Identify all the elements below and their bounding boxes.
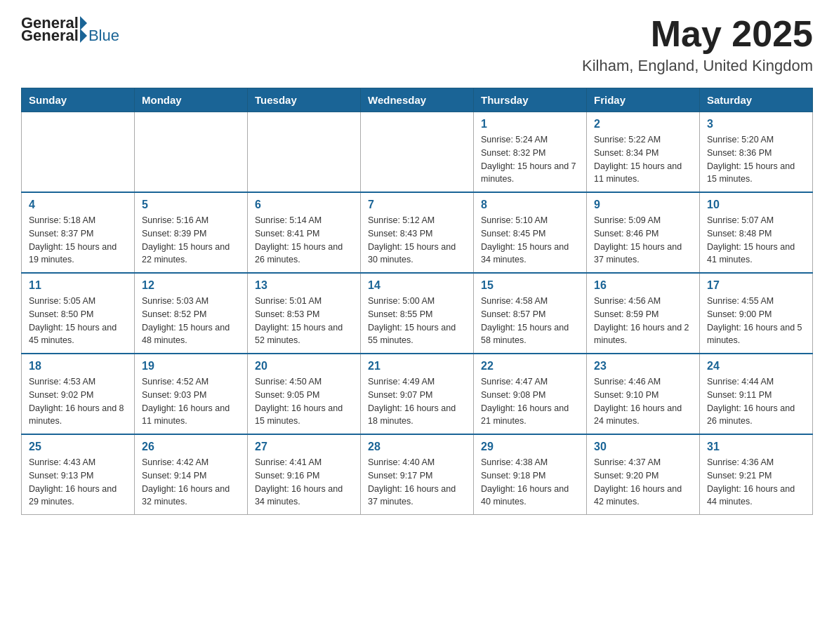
day-info: Sunrise: 4:38 AMSunset: 9:18 PMDaylight:… bbox=[481, 456, 579, 509]
calendar-cell-w5-d2: 27Sunrise: 4:41 AMSunset: 9:16 PMDayligh… bbox=[248, 434, 361, 515]
day-info: Sunrise: 4:40 AMSunset: 9:17 PMDaylight:… bbox=[368, 456, 466, 509]
day-info: Sunrise: 5:16 AMSunset: 8:39 PMDaylight:… bbox=[142, 214, 240, 267]
day-number: 3 bbox=[707, 118, 805, 130]
calendar-cell-w4-d6: 24Sunrise: 4:44 AMSunset: 9:11 PMDayligh… bbox=[700, 354, 813, 434]
calendar-cell-w5-d0: 25Sunrise: 4:43 AMSunset: 9:13 PMDayligh… bbox=[22, 434, 135, 515]
day-number: 5 bbox=[142, 199, 240, 211]
calendar-cell-w3-d2: 13Sunrise: 5:01 AMSunset: 8:53 PMDayligh… bbox=[248, 273, 361, 354]
day-number: 30 bbox=[594, 441, 692, 453]
day-info: Sunrise: 4:52 AMSunset: 9:03 PMDaylight:… bbox=[142, 375, 240, 428]
calendar-cell-w5-d1: 26Sunrise: 4:42 AMSunset: 9:14 PMDayligh… bbox=[135, 434, 248, 515]
calendar-cell-w5-d5: 30Sunrise: 4:37 AMSunset: 9:20 PMDayligh… bbox=[587, 434, 700, 515]
day-number: 10 bbox=[707, 199, 805, 211]
day-info: Sunrise: 5:18 AMSunset: 8:37 PMDaylight:… bbox=[29, 214, 127, 267]
day-number: 18 bbox=[29, 360, 127, 373]
header-monday: Monday bbox=[135, 88, 248, 112]
day-info: Sunrise: 4:46 AMSunset: 9:10 PMDaylight:… bbox=[594, 375, 692, 428]
day-info: Sunrise: 5:05 AMSunset: 8:50 PMDaylight:… bbox=[29, 295, 127, 347]
day-number: 31 bbox=[707, 441, 805, 453]
title-block: May 2025 Kilham, England, United Kingdom bbox=[582, 14, 813, 75]
day-info: Sunrise: 5:12 AMSunset: 8:43 PMDaylight:… bbox=[368, 214, 466, 267]
day-info: Sunrise: 5:14 AMSunset: 8:41 PMDaylight:… bbox=[255, 214, 353, 267]
day-number: 6 bbox=[255, 199, 353, 211]
day-number: 7 bbox=[368, 199, 466, 211]
calendar-cell-w1-d2 bbox=[248, 112, 361, 193]
calendar-cell-w5-d6: 31Sunrise: 4:36 AMSunset: 9:21 PMDayligh… bbox=[700, 434, 813, 515]
calendar-cell-w3-d0: 11Sunrise: 5:05 AMSunset: 8:50 PMDayligh… bbox=[22, 273, 135, 354]
day-info: Sunrise: 4:55 AMSunset: 9:00 PMDaylight:… bbox=[707, 295, 805, 347]
calendar-cell-w2-d5: 9Sunrise: 5:09 AMSunset: 8:46 PMDaylight… bbox=[587, 192, 700, 273]
day-number: 15 bbox=[481, 279, 579, 292]
day-info: Sunrise: 4:42 AMSunset: 9:14 PMDaylight:… bbox=[142, 456, 240, 509]
day-number: 12 bbox=[142, 279, 240, 292]
day-number: 8 bbox=[481, 199, 579, 211]
week-row-4: 18Sunrise: 4:53 AMSunset: 9:02 PMDayligh… bbox=[22, 354, 813, 434]
calendar-cell-w3-d5: 16Sunrise: 4:56 AMSunset: 8:59 PMDayligh… bbox=[587, 273, 700, 354]
calendar-cell-w4-d2: 20Sunrise: 4:50 AMSunset: 9:05 PMDayligh… bbox=[248, 354, 361, 434]
day-number: 19 bbox=[142, 360, 240, 373]
calendar-cell-w4-d3: 21Sunrise: 4:49 AMSunset: 9:07 PMDayligh… bbox=[361, 354, 474, 434]
day-info: Sunrise: 4:49 AMSunset: 9:07 PMDaylight:… bbox=[368, 375, 466, 428]
day-info: Sunrise: 5:22 AMSunset: 8:34 PMDaylight:… bbox=[594, 133, 692, 186]
day-number: 14 bbox=[368, 279, 466, 292]
day-info: Sunrise: 5:07 AMSunset: 8:48 PMDaylight:… bbox=[707, 214, 805, 267]
calendar-cell-w3-d6: 17Sunrise: 4:55 AMSunset: 9:00 PMDayligh… bbox=[700, 273, 813, 354]
day-info: Sunrise: 5:10 AMSunset: 8:45 PMDaylight:… bbox=[481, 214, 579, 267]
header-friday: Friday bbox=[587, 88, 700, 112]
day-info: Sunrise: 4:53 AMSunset: 9:02 PMDaylight:… bbox=[29, 375, 127, 428]
calendar-cell-w1-d4: 1Sunrise: 5:24 AMSunset: 8:32 PMDaylight… bbox=[474, 112, 587, 193]
day-number: 2 bbox=[594, 118, 692, 130]
week-row-1: 1Sunrise: 5:24 AMSunset: 8:32 PMDaylight… bbox=[22, 112, 813, 193]
day-info: Sunrise: 5:03 AMSunset: 8:52 PMDaylight:… bbox=[142, 295, 240, 347]
day-info: Sunrise: 5:09 AMSunset: 8:46 PMDaylight:… bbox=[594, 214, 692, 267]
header-thursday: Thursday bbox=[474, 88, 587, 112]
calendar-cell-w2-d1: 5Sunrise: 5:16 AMSunset: 8:39 PMDaylight… bbox=[135, 192, 248, 273]
calendar-cell-w1-d0 bbox=[22, 112, 135, 193]
calendar-cell-w3-d3: 14Sunrise: 5:00 AMSunset: 8:55 PMDayligh… bbox=[361, 273, 474, 354]
day-number: 16 bbox=[594, 279, 692, 292]
logo-blue-text: Blue bbox=[88, 27, 119, 45]
logo-general-text2: General bbox=[21, 27, 79, 45]
calendar-cell-w2-d3: 7Sunrise: 5:12 AMSunset: 8:43 PMDaylight… bbox=[361, 192, 474, 273]
calendar-header-row: Sunday Monday Tuesday Wednesday Thursday… bbox=[22, 88, 813, 112]
calendar-cell-w4-d0: 18Sunrise: 4:53 AMSunset: 9:02 PMDayligh… bbox=[22, 354, 135, 434]
day-info: Sunrise: 5:24 AMSunset: 8:32 PMDaylight:… bbox=[481, 133, 579, 186]
calendar-cell-w5-d4: 29Sunrise: 4:38 AMSunset: 9:18 PMDayligh… bbox=[474, 434, 587, 515]
calendar-cell-w2-d0: 4Sunrise: 5:18 AMSunset: 8:37 PMDaylight… bbox=[22, 192, 135, 273]
day-info: Sunrise: 4:44 AMSunset: 9:11 PMDaylight:… bbox=[707, 375, 805, 428]
day-info: Sunrise: 5:00 AMSunset: 8:55 PMDaylight:… bbox=[368, 295, 466, 347]
day-number: 4 bbox=[29, 199, 127, 211]
logo: General General Blue bbox=[21, 14, 119, 45]
calendar-cell-w4-d5: 23Sunrise: 4:46 AMSunset: 9:10 PMDayligh… bbox=[587, 354, 700, 434]
day-number: 11 bbox=[29, 279, 127, 292]
day-info: Sunrise: 4:58 AMSunset: 8:57 PMDaylight:… bbox=[481, 295, 579, 347]
day-info: Sunrise: 4:47 AMSunset: 9:08 PMDaylight:… bbox=[481, 375, 579, 428]
calendar-cell-w5-d3: 28Sunrise: 4:40 AMSunset: 9:17 PMDayligh… bbox=[361, 434, 474, 515]
calendar-cell-w2-d6: 10Sunrise: 5:07 AMSunset: 8:48 PMDayligh… bbox=[700, 192, 813, 273]
calendar-cell-w4-d1: 19Sunrise: 4:52 AMSunset: 9:03 PMDayligh… bbox=[135, 354, 248, 434]
day-number: 29 bbox=[481, 441, 579, 453]
day-number: 26 bbox=[142, 441, 240, 453]
day-info: Sunrise: 4:41 AMSunset: 9:16 PMDaylight:… bbox=[255, 456, 353, 509]
day-info: Sunrise: 4:50 AMSunset: 9:05 PMDaylight:… bbox=[255, 375, 353, 428]
header-sunday: Sunday bbox=[22, 88, 135, 112]
header-wednesday: Wednesday bbox=[361, 88, 474, 112]
location-text: Kilham, England, United Kingdom bbox=[582, 57, 813, 75]
calendar-cell-w3-d4: 15Sunrise: 4:58 AMSunset: 8:57 PMDayligh… bbox=[474, 273, 587, 354]
day-number: 22 bbox=[481, 360, 579, 373]
day-number: 28 bbox=[368, 441, 466, 453]
calendar-cell-w1-d3 bbox=[361, 112, 474, 193]
day-number: 23 bbox=[594, 360, 692, 373]
day-number: 13 bbox=[255, 279, 353, 292]
day-number: 21 bbox=[368, 360, 466, 373]
day-info: Sunrise: 5:20 AMSunset: 8:36 PMDaylight:… bbox=[707, 133, 805, 186]
header-tuesday: Tuesday bbox=[248, 88, 361, 112]
day-number: 17 bbox=[707, 279, 805, 292]
day-info: Sunrise: 4:43 AMSunset: 9:13 PMDaylight:… bbox=[29, 456, 127, 509]
day-number: 27 bbox=[255, 441, 353, 453]
month-title: May 2025 bbox=[582, 14, 813, 54]
week-row-3: 11Sunrise: 5:05 AMSunset: 8:50 PMDayligh… bbox=[22, 273, 813, 354]
day-info: Sunrise: 4:37 AMSunset: 9:20 PMDaylight:… bbox=[594, 456, 692, 509]
day-info: Sunrise: 4:36 AMSunset: 9:21 PMDaylight:… bbox=[707, 456, 805, 509]
day-number: 9 bbox=[594, 199, 692, 211]
